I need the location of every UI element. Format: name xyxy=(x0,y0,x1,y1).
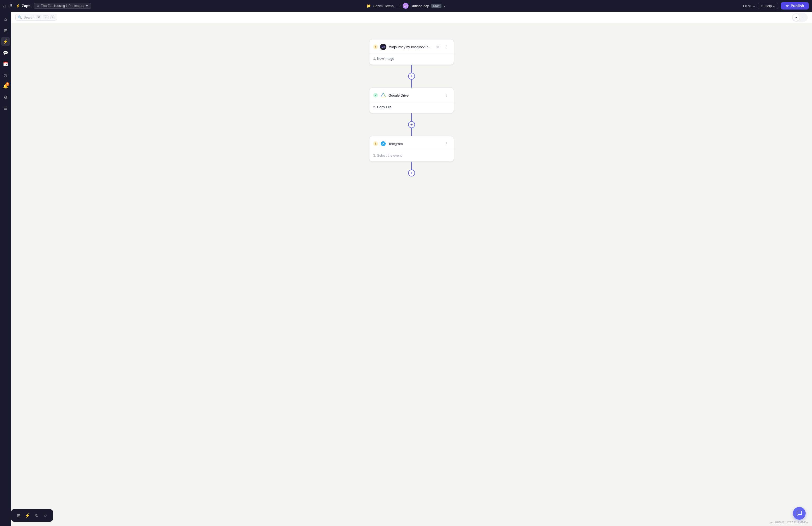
toggle-group: ● ○ xyxy=(792,13,808,22)
toggle-on-button[interactable]: ● xyxy=(793,14,800,21)
search-box[interactable]: 🔍 Search ⌘ ⌥ F xyxy=(15,14,57,21)
sidebar-item-history[interactable]: ◷ xyxy=(1,70,10,79)
user-avatar: GH xyxy=(403,3,408,9)
connector-1: + xyxy=(408,65,415,88)
draft-badge: Draft xyxy=(432,4,441,8)
help-button[interactable]: ⊙ Help ⌵ xyxy=(758,3,778,9)
bottom-search-button[interactable]: ⌕ xyxy=(41,511,50,520)
sidebar-item-apps[interactable]: ⊞ xyxy=(1,26,10,35)
sidebar-item-calendar[interactable]: 📅 xyxy=(1,59,10,68)
node-3-status: ! xyxy=(373,141,378,146)
zap-name-text[interactable]: Untitled Zap xyxy=(410,4,429,8)
bottom-lightning-button[interactable]: ⚡ xyxy=(23,511,32,520)
left-sidebar: ⌂ ⊞ ⚡ 💬 📅 ◷ 🔔 3 ⚙ ☰ xyxy=(0,12,11,526)
connector-line-2a xyxy=(411,113,412,121)
svg-line-2 xyxy=(381,93,383,97)
node-1-step: 1. New image xyxy=(373,57,394,61)
zoom-indicator[interactable]: 110% ⌵ xyxy=(742,4,755,8)
search-placeholder: Search xyxy=(24,15,34,19)
add-step-button-3[interactable]: + xyxy=(408,170,415,177)
canvas-content: ! MJ Midjourney by ImagineAPI.d... ⊕ ⋮ 1… xyxy=(369,23,454,526)
lightning-nav-icon: ⚡ xyxy=(16,4,20,8)
publish-label: Publish xyxy=(791,4,804,8)
connector-line-2b xyxy=(411,128,412,136)
zap-node-3[interactable]: ! Telegram ⋮ 3. Select the event xyxy=(369,136,454,162)
sidebar-item-home[interactable]: ⌂ xyxy=(1,15,10,24)
connector-line-1b xyxy=(411,80,412,88)
home-nav-icon[interactable]: ⌂ xyxy=(3,3,6,9)
zap-node-2[interactable]: ✓ Google Drive ⋮ 2. Copy File xyxy=(369,88,454,113)
zap-node-1[interactable]: ! MJ Midjourney by ImagineAPI.d... ⊕ ⋮ 1… xyxy=(369,39,454,65)
node-1-status: ! xyxy=(373,44,378,49)
sidebar-item-notifications[interactable]: 🔔 3 xyxy=(1,81,10,90)
node-1-app-icon: MJ xyxy=(380,44,387,50)
help-icon: ⊙ xyxy=(760,4,764,8)
add-step-button-2[interactable]: + xyxy=(408,121,415,128)
node-1-actions: ⊕ ⋮ xyxy=(434,43,450,50)
node-3-actions: ⋮ xyxy=(443,140,450,147)
search-icon: 🔍 xyxy=(18,15,22,19)
canvas-wrapper: 🔍 Search ⌘ ⌥ F ● ○ ! MJ Midjourney by Im… xyxy=(11,12,812,526)
version-text: ver. 2025-02-14T17:27-3d01d4a xyxy=(770,521,808,524)
help-chevron: ⌵ xyxy=(773,4,775,8)
node-3-header: ! Telegram ⋮ xyxy=(369,136,454,150)
nav-center: 📁 Gezim Hoxha ... / GH Untitled Zap Draf… xyxy=(366,3,446,9)
main-layout: ⌂ ⊞ ⚡ 💬 📅 ◷ 🔔 3 ⚙ ☰ 🔍 Search ⌘ ⌥ F ● ○ xyxy=(0,12,812,526)
node-3-app-icon xyxy=(380,140,387,147)
grid-nav-icon[interactable]: ⠿ xyxy=(9,3,12,9)
folder-icon: 📁 xyxy=(366,4,371,8)
node-1-expand-button[interactable]: ⊕ xyxy=(434,43,441,50)
node-3-title: Telegram xyxy=(389,142,440,146)
connector-line-1a xyxy=(411,65,412,73)
node-2-app-icon xyxy=(380,92,387,99)
node-1-menu-button[interactable]: ⋮ xyxy=(443,43,450,50)
node-2-title: Google Drive xyxy=(389,93,440,97)
node-2-body: 2. Copy File xyxy=(369,102,454,113)
kbd-cmd: ⌘ xyxy=(36,15,41,19)
canvas: ! MJ Midjourney by ImagineAPI.d... ⊕ ⋮ 1… xyxy=(11,23,812,526)
zoom-value: 110% xyxy=(742,4,751,8)
top-nav: ⌂ ⠿ ⚡ Zaps ☆ This Zap is using 1 Pro fea… xyxy=(0,0,812,12)
bottom-toolbar: ⊞ ⚡ ↻ ⌕ xyxy=(11,509,53,522)
zaps-nav-label[interactable]: ⚡ Zaps xyxy=(16,4,30,8)
publish-button[interactable]: ☆ Publish xyxy=(781,2,809,10)
zoom-chevron: ⌵ xyxy=(753,4,755,8)
help-label: Help xyxy=(765,4,772,8)
connector-line-3a xyxy=(411,162,412,170)
pro-feature-badge[interactable]: ☆ This Zap is using 1 Pro feature ∨ xyxy=(34,3,91,9)
star-badge-icon: ☆ xyxy=(37,4,40,8)
node-1-header: ! MJ Midjourney by ImagineAPI.d... ⊕ ⋮ xyxy=(369,40,454,54)
bottom-rotate-button[interactable]: ↻ xyxy=(32,511,41,520)
node-3-step: 3. Select the event xyxy=(373,153,402,157)
node-3-menu-button[interactable]: ⋮ xyxy=(443,140,450,147)
svg-marker-0 xyxy=(381,93,386,97)
node-2-menu-button[interactable]: ⋮ xyxy=(443,92,450,99)
toggle-off-button[interactable]: ○ xyxy=(800,14,807,21)
zaps-text: Zaps xyxy=(22,4,30,8)
node-1-body: 1. New image xyxy=(369,54,454,64)
zap-name-chevron[interactable]: ∨ xyxy=(443,4,446,8)
node-2-status: ✓ xyxy=(373,93,378,97)
sidebar-item-settings[interactable]: ⚙ xyxy=(1,93,10,102)
kbd-opt: ⌥ xyxy=(43,15,49,19)
pro-badge-chevron: ∨ xyxy=(86,4,88,8)
node-3-body: 3. Select the event xyxy=(369,150,454,161)
chat-bubble[interactable] xyxy=(793,507,806,520)
bottom-grid-button[interactable]: ⊞ xyxy=(14,511,23,520)
publish-star-icon: ☆ xyxy=(785,4,789,8)
node-2-header: ✓ Google Drive ⋮ xyxy=(369,88,454,102)
node-1-title: Midjourney by ImagineAPI.d... xyxy=(389,45,432,49)
sidebar-item-zaps[interactable]: ⚡ xyxy=(1,37,10,46)
connector-2: + xyxy=(408,113,415,136)
node-2-actions: ⋮ xyxy=(443,92,450,99)
connector-3: + xyxy=(408,162,415,177)
toolbar: 🔍 Search ⌘ ⌥ F ● ○ xyxy=(11,12,812,23)
pro-feature-text: This Zap is using 1 Pro feature xyxy=(41,4,84,8)
add-step-button-1[interactable]: + xyxy=(408,73,415,80)
node-2-step: 2. Copy File xyxy=(373,105,391,109)
sidebar-item-messages[interactable]: 💬 xyxy=(1,48,10,57)
breadcrumb-text[interactable]: Gezim Hoxha ... xyxy=(373,4,397,8)
breadcrumb-separator: / xyxy=(400,4,401,8)
notification-badge: 3 xyxy=(5,82,9,86)
sidebar-item-templates[interactable]: ☰ xyxy=(1,104,10,113)
